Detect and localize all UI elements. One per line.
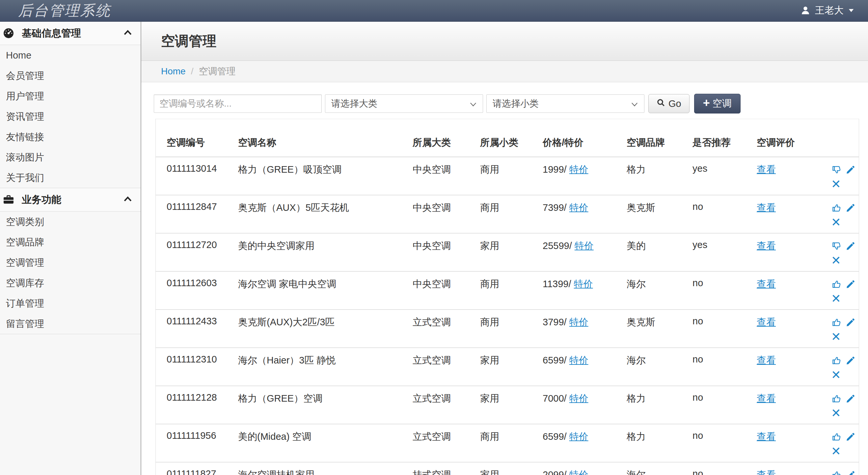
cell-actions: ✕ <box>809 271 859 309</box>
delete-icon[interactable]: ✕ <box>831 255 841 266</box>
dashboard-icon <box>3 27 14 39</box>
delete-icon[interactable]: ✕ <box>831 369 841 381</box>
thumbs-up-icon[interactable] <box>832 279 842 290</box>
cell-subcategory: 家用 <box>480 462 542 475</box>
special-price-link[interactable]: 特价 <box>569 164 588 175</box>
view-reviews-link[interactable]: 查看 <box>757 317 776 327</box>
sidebar-item[interactable]: 留言管理 <box>0 313 141 334</box>
select-caret-icon <box>470 98 477 109</box>
price-value: 2099/ <box>542 469 567 475</box>
sidebar-item[interactable]: 空调库存 <box>0 273 141 293</box>
cell-actions: ✕ <box>809 348 859 386</box>
cell-subcategory: 商用 <box>480 157 542 195</box>
cell-brand: 格力 <box>627 157 692 195</box>
delete-icon[interactable]: ✕ <box>831 407 841 419</box>
main-content: 空调管理 Home / 空调管理 请选择大类 请选择小类 <box>141 22 868 475</box>
column-header: 是否推荐 <box>692 119 757 157</box>
filter-bar: 请选择大类 请选择小类 Go <box>154 94 859 113</box>
delete-icon[interactable]: ✕ <box>831 331 841 343</box>
search-input[interactable] <box>154 94 322 113</box>
special-price-link[interactable]: 特价 <box>569 317 588 327</box>
sidebar-section-business[interactable]: 业务功能 <box>0 188 141 211</box>
pencil-icon[interactable] <box>846 279 856 289</box>
delete-icon[interactable]: ✕ <box>831 216 841 228</box>
sidebar-item[interactable]: 用户管理 <box>0 86 141 106</box>
sidebar-item[interactable]: 资讯管理 <box>0 106 141 127</box>
column-header: 价格/特价 <box>542 119 627 157</box>
thumbs-up-icon[interactable] <box>832 394 842 404</box>
cell-recommended: no <box>692 309 757 348</box>
thumbs-up-icon[interactable] <box>832 355 842 366</box>
delete-icon[interactable]: ✕ <box>831 445 841 457</box>
column-header: 空调编号 <box>156 119 238 157</box>
thumbs-down-icon[interactable] <box>832 241 842 251</box>
thumbs-up-icon[interactable] <box>832 203 842 213</box>
thumbs-up-icon[interactable] <box>832 432 842 442</box>
thumbs-up-icon[interactable] <box>832 470 842 475</box>
add-ac-button[interactable]: + 空调 <box>694 94 741 113</box>
plus-icon: + <box>703 97 710 109</box>
sidebar-item[interactable]: 滚动图片 <box>0 147 141 167</box>
sidebar-item[interactable]: 订单管理 <box>0 293 141 313</box>
pencil-icon[interactable] <box>846 470 856 475</box>
view-reviews-link[interactable]: 查看 <box>757 240 776 251</box>
cell-actions: ✕ <box>809 309 859 348</box>
pencil-icon[interactable] <box>846 241 856 251</box>
special-price-link[interactable]: 特价 <box>574 279 593 289</box>
breadcrumb-home-link[interactable]: Home <box>161 66 186 77</box>
special-price-link[interactable]: 特价 <box>569 393 588 404</box>
ac-table-panel: 空调编号空调名称所属大类所属小类价格/特价空调品牌是否推荐空调评价 011111… <box>155 119 859 475</box>
go-button[interactable]: Go <box>648 94 689 113</box>
sidebar-section-label: 业务功能 <box>22 193 123 207</box>
table-row: 0111112310 海尔（Haier）3匹 静悦 立式空调 家用 6599/ … <box>156 348 859 386</box>
table-row: 0111112720 美的中央空调家用 中央空调 家用 25599/ 特价 美的… <box>156 233 859 271</box>
pencil-icon[interactable] <box>846 394 856 404</box>
sidebar-item[interactable]: 关于我们 <box>0 167 141 188</box>
special-price-link[interactable]: 特价 <box>569 355 588 366</box>
special-price-link[interactable]: 特价 <box>569 202 588 213</box>
special-price-link[interactable]: 特价 <box>569 431 588 442</box>
sidebar-item[interactable]: 会员管理 <box>0 65 141 86</box>
pencil-icon[interactable] <box>846 317 856 327</box>
thumbs-up-icon[interactable] <box>832 317 842 328</box>
table-row: 0111111956 美的(Midea) 空调 立式空调 商用 6599/ 特价… <box>156 424 859 462</box>
cell-ac-id: 0111112720 <box>156 233 238 271</box>
pencil-icon[interactable] <box>846 355 856 366</box>
sidebar-item[interactable]: Home <box>0 45 141 65</box>
table-row: 0111112847 奥克斯（AUX）5匹天花机 中央空调 商用 7399/ 特… <box>156 195 859 233</box>
cell-category: 中央空调 <box>412 233 480 271</box>
view-reviews-link[interactable]: 查看 <box>757 355 776 366</box>
delete-icon[interactable]: ✕ <box>831 178 841 190</box>
view-reviews-link[interactable]: 查看 <box>757 469 776 475</box>
cell-ac-name: 格力（GREE）空调 <box>238 386 412 424</box>
price-value: 11399/ <box>542 279 571 289</box>
column-header: 空调品牌 <box>627 119 692 157</box>
view-reviews-link[interactable]: 查看 <box>757 202 776 213</box>
cell-ac-id: 0111112310 <box>156 348 238 386</box>
sidebar-section-basic-info[interactable]: 基础信息管理 <box>0 22 141 45</box>
pencil-icon[interactable] <box>846 165 856 175</box>
thumbs-down-icon[interactable] <box>832 165 842 175</box>
view-reviews-link[interactable]: 查看 <box>757 431 776 442</box>
view-reviews-link[interactable]: 查看 <box>757 279 776 289</box>
user-menu[interactable]: 王老大 <box>801 4 854 17</box>
subcategory-select[interactable]: 请选择小类 <box>486 94 644 113</box>
category-select[interactable]: 请选择大类 <box>325 94 483 113</box>
cell-brand: 海尔 <box>627 462 692 475</box>
cell-brand: 美的 <box>627 233 692 271</box>
pencil-icon[interactable] <box>846 432 856 442</box>
view-reviews-link[interactable]: 查看 <box>757 393 776 404</box>
sidebar-item[interactable]: 友情链接 <box>0 127 141 147</box>
view-reviews-link[interactable]: 查看 <box>757 164 776 175</box>
table-row: 0111112603 海尔空调 家电中央空调 中央空调 商用 11399/ 特价… <box>156 271 859 309</box>
pencil-icon[interactable] <box>846 203 856 213</box>
sidebar-item[interactable]: 空调品牌 <box>0 232 141 252</box>
column-header: 所属小类 <box>480 119 542 157</box>
sidebar-item[interactable]: 空调管理 <box>0 252 141 273</box>
special-price-link[interactable]: 特价 <box>569 469 588 475</box>
delete-icon[interactable]: ✕ <box>831 293 841 305</box>
special-price-link[interactable]: 特价 <box>575 240 594 251</box>
cell-recommended: yes <box>692 157 757 195</box>
add-ac-button-label: 空调 <box>713 97 732 110</box>
sidebar-item[interactable]: 空调类别 <box>0 211 141 232</box>
